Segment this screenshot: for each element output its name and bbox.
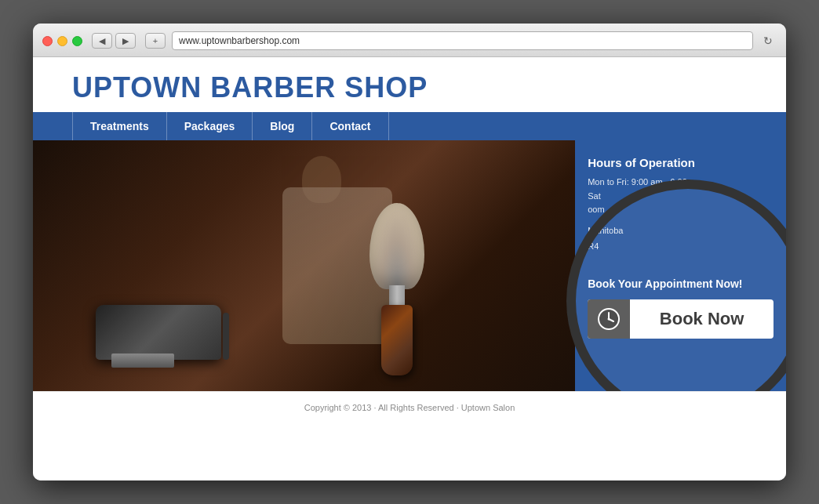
hero-background: [33, 140, 598, 391]
back-button[interactable]: ◀: [92, 33, 112, 49]
site-header: UPTOWN BARBER SHOP: [33, 57, 786, 112]
address-bar[interactable]: www.uptownbarbershop.com: [172, 31, 753, 50]
nav-packages[interactable]: Packages: [167, 112, 253, 140]
clock-icon-container: [588, 299, 630, 339]
clock-icon: [596, 306, 621, 332]
sidebar-panel: Hours of Operation Mon to Fri: 9:00 am -…: [575, 140, 786, 391]
hours-title: Hours of Operation: [588, 156, 774, 169]
hours-line2: Sat: [588, 190, 774, 204]
address-detail: Manitoba R4: [588, 223, 774, 255]
svg-point-3: [608, 318, 610, 321]
forward-button[interactable]: ▶: [115, 33, 136, 49]
address-line2: R4: [588, 239, 774, 255]
hours-line3: oom: [588, 203, 774, 217]
site-footer: Copyright © 2013 · All Rights Reserved ·…: [33, 391, 786, 423]
footer-text: Copyright © 2013 · All Rights Reserved ·…: [304, 403, 515, 412]
traffic-lights: [42, 36, 82, 46]
hair-clipper: [96, 281, 237, 360]
booking-section: Book Your Appointment Now! Book Now: [588, 277, 774, 339]
arrow-icon: [739, 380, 786, 391]
address-line1: Manitoba: [588, 223, 774, 239]
maximize-button[interactable]: [72, 36, 82, 46]
browser-content: UPTOWN BARBER SHOP Treatments Packages B…: [33, 57, 786, 480]
minimize-button[interactable]: [57, 36, 67, 46]
book-now-button[interactable]: Book Now: [588, 299, 774, 339]
hero-image: [33, 140, 598, 391]
arrow-container: [739, 380, 786, 391]
browser-window: ◀ ▶ + www.uptownbarbershop.com ↻ UPTOWN …: [33, 24, 786, 480]
nav-buttons: ◀ ▶: [92, 33, 136, 49]
site-title: UPTOWN BARBER SHOP: [72, 71, 747, 104]
url-text: www.uptownbarbershop.com: [179, 35, 300, 46]
shaving-brush: [366, 203, 428, 375]
hero-section: Hours of Operation Mon to Fri: 9:00 am -…: [33, 140, 786, 391]
nav-treatments[interactable]: Treatments: [72, 112, 167, 140]
hours-line1: Mon to Fri: 9:00 am - 6:00 pm: [588, 176, 774, 190]
refresh-button[interactable]: ↻: [759, 32, 777, 49]
booking-title: Book Your Appointment Now!: [588, 277, 774, 290]
book-now-label: Book Now: [630, 309, 774, 329]
browser-titlebar: ◀ ▶ + www.uptownbarbershop.com ↻: [33, 24, 786, 57]
nav-contact[interactable]: Contact: [312, 112, 388, 140]
new-tab-button[interactable]: +: [145, 33, 166, 49]
close-button[interactable]: [42, 36, 53, 46]
nav-blog[interactable]: Blog: [253, 112, 312, 140]
hours-detail: Mon to Fri: 9:00 am - 6:00 pm Sat oom: [588, 176, 774, 217]
navigation-bar: Treatments Packages Blog Contact: [33, 112, 786, 140]
